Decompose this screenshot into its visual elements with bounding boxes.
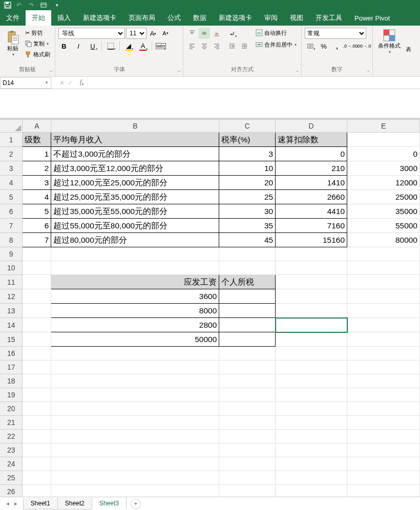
decrease-font-icon[interactable]: A▾ [160, 28, 171, 39]
cell[interactable]: 超过12,000元至25,000元的部分 [51, 176, 219, 190]
row-header[interactable]: 14 [0, 318, 23, 332]
cell[interactable] [23, 318, 51, 332]
cell[interactable]: 2660 [276, 190, 347, 204]
increase-font-icon[interactable]: A▴ [148, 28, 159, 39]
row-header[interactable]: 12 [0, 289, 23, 304]
bold-button[interactable]: B [58, 40, 70, 52]
tab-newtab1[interactable]: 新建选项卡 [77, 10, 122, 26]
cell[interactable]: 1410 [276, 176, 347, 190]
cell[interactable]: 35000 [347, 204, 420, 219]
cell[interactable] [51, 416, 219, 430]
cell[interactable] [219, 457, 276, 471]
row-header[interactable]: 8 [0, 233, 23, 247]
cell[interactable] [23, 275, 51, 289]
cell[interactable] [276, 347, 347, 360]
cell[interactable]: 45 [219, 233, 276, 247]
cell[interactable] [276, 416, 347, 430]
enter-formula-icon[interactable]: ✓ [68, 79, 73, 87]
redo-icon[interactable]: ↷▾ [27, 1, 38, 10]
wrap-text-button[interactable]: ab自动换行 [254, 28, 298, 38]
cell[interactable]: 3000 [347, 161, 420, 176]
col-header-E[interactable]: E [347, 120, 420, 133]
cell[interactable] [347, 443, 420, 457]
cell[interactable] [219, 374, 276, 388]
row-header[interactable]: 5 [0, 190, 23, 204]
cell[interactable] [23, 261, 51, 275]
cell[interactable]: 平均每月收入 [51, 133, 219, 147]
tab-view[interactable]: 视图 [284, 10, 309, 26]
cell[interactable] [219, 261, 276, 275]
row-header[interactable]: 11 [0, 275, 23, 289]
cell[interactable]: 10 [219, 161, 276, 176]
cell[interactable]: 超过3,000元至12,000元的部分 [51, 161, 219, 176]
row-header[interactable]: 13 [0, 304, 23, 318]
copy-button[interactable]: 复制▾ [24, 38, 52, 49]
sheet-tab[interactable]: Sheet2 [57, 498, 92, 509]
col-header-D[interactable]: D [276, 120, 347, 133]
new-sheet-button[interactable]: + [131, 499, 141, 509]
cell[interactable]: 55000 [347, 219, 420, 233]
cell[interactable] [219, 360, 276, 374]
save-icon[interactable] [2, 1, 13, 10]
cell[interactable]: 25 [219, 190, 276, 204]
cell[interactable] [23, 332, 51, 347]
row-header[interactable]: 20 [0, 402, 23, 416]
cell[interactable]: 8000 [51, 304, 219, 318]
cell[interactable] [23, 374, 51, 388]
cell[interactable] [276, 430, 347, 443]
cell[interactable] [51, 430, 219, 443]
tab-review[interactable]: 审阅 [258, 10, 284, 26]
cell[interactable] [347, 471, 420, 485]
cell[interactable] [347, 374, 420, 388]
format-painter-button[interactable]: 格式刷 [24, 49, 52, 59]
cell[interactable] [276, 457, 347, 471]
cell[interactable] [276, 360, 347, 374]
formula-input[interactable] [87, 77, 420, 89]
cell[interactable] [219, 332, 276, 347]
cell[interactable]: 6 [23, 219, 51, 233]
increase-decimal-button[interactable]: .0→.00 [345, 40, 356, 52]
border-button[interactable] [105, 40, 116, 52]
cell[interactable]: 3600 [51, 289, 219, 304]
cell[interactable] [347, 247, 420, 261]
cell[interactable] [51, 443, 219, 457]
cell[interactable] [23, 430, 51, 443]
align-top-icon[interactable] [186, 28, 198, 39]
row-header[interactable]: 24 [0, 457, 23, 471]
cell[interactable] [276, 402, 347, 416]
cell[interactable]: 1 [23, 147, 51, 161]
cell[interactable] [23, 457, 51, 471]
cell[interactable] [219, 471, 276, 485]
phonetic-button[interactable]: wén [155, 40, 166, 52]
cell[interactable]: 3 [219, 147, 276, 161]
cell[interactable] [51, 457, 219, 471]
formula-bar-expanded[interactable] [0, 89, 420, 120]
cell[interactable] [276, 374, 347, 388]
cell[interactable] [219, 430, 276, 443]
row-header[interactable]: 10 [0, 261, 23, 275]
comma-button[interactable]: , [331, 40, 343, 52]
cell[interactable]: 35 [219, 219, 276, 233]
cell[interactable]: 20 [219, 176, 276, 190]
col-header-A[interactable]: A [23, 120, 51, 133]
tab-home[interactable]: 开始 [26, 10, 51, 26]
cell[interactable] [51, 388, 219, 402]
sheet-nav-prev-icon[interactable]: ◄ [5, 501, 10, 506]
cell[interactable]: 80000 [347, 233, 420, 247]
cell[interactable] [276, 471, 347, 485]
tab-newtab2[interactable]: 新建选项卡 [213, 10, 258, 26]
cell[interactable]: 税率(%) [219, 133, 276, 147]
font-name-select[interactable]: 等线 [58, 28, 125, 39]
cell[interactable] [347, 261, 420, 275]
name-box[interactable]: D14▼ [0, 77, 51, 89]
cell[interactable]: 12000 [347, 176, 420, 190]
cell[interactable] [347, 402, 420, 416]
cell[interactable]: 5 [23, 204, 51, 219]
row-header[interactable]: 18 [0, 374, 23, 388]
cell[interactable]: 0 [276, 147, 347, 161]
orientation-button[interactable]: ⤾ [226, 28, 238, 39]
cell[interactable] [51, 347, 219, 360]
cell[interactable] [51, 261, 219, 275]
cell[interactable] [347, 304, 420, 318]
font-color-button[interactable]: A [137, 40, 149, 52]
